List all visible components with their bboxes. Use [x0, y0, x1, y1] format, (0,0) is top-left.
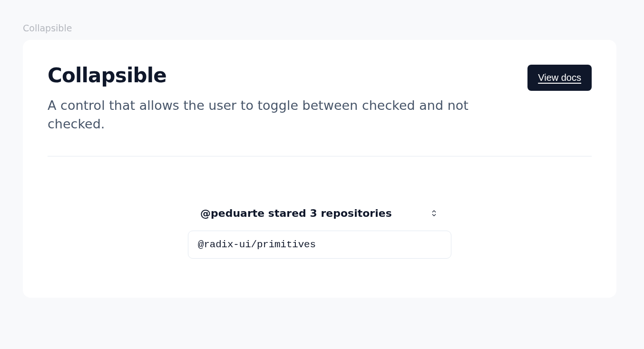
page-description: A control that allows the user to toggle… — [48, 96, 485, 133]
section-label: Collapsible — [23, 23, 621, 33]
component-card: Collapsible A control that allows the us… — [23, 40, 616, 298]
header-row: Collapsible A control that allows the us… — [48, 65, 592, 133]
view-docs-button[interactable]: View docs — [527, 65, 592, 91]
demo-area: @peduarte stared 3 repositories @radix-u… — [48, 156, 592, 273]
collapsible-root: @peduarte stared 3 repositories @radix-u… — [188, 206, 451, 259]
collapsible-header: @peduarte stared 3 repositories — [188, 206, 451, 220]
caret-sort-icon — [429, 208, 439, 218]
repo-item: @radix-ui/primitives — [188, 231, 451, 259]
header-text: Collapsible A control that allows the us… — [48, 65, 485, 133]
collapsible-label: @peduarte stared 3 repositories — [200, 207, 392, 219]
collapsible-toggle-button[interactable] — [427, 206, 441, 220]
page-title: Collapsible — [48, 65, 485, 87]
